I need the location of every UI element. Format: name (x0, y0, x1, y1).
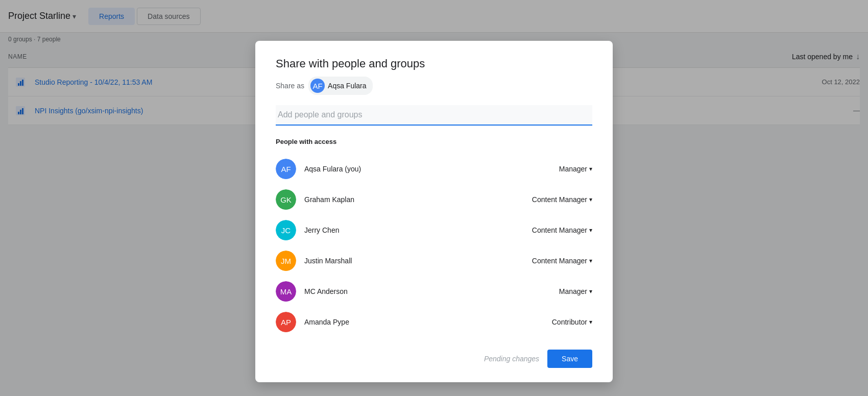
person-row: JMJustin MarshallContent Manager▾ (276, 245, 592, 276)
person-name: Aqsa Fulara (you) (304, 165, 559, 173)
person-row: APAmanda PypeContributor▾ (276, 307, 592, 337)
person-role-label: Manager (559, 165, 587, 173)
dialog-footer: Pending changes Save (276, 350, 592, 368)
save-button[interactable]: Save (547, 350, 592, 368)
avatar-initials: AP (276, 312, 296, 332)
person-role-dropdown[interactable]: Contributor▾ (552, 318, 592, 326)
person-role-label: Contributor (552, 318, 587, 326)
person-avatar: JM (276, 251, 296, 271)
share-as-name: Aqsa Fulara (328, 82, 366, 90)
person-name: Jerry Chen (304, 226, 532, 234)
role-dropdown-arrow-icon: ▾ (589, 227, 592, 234)
person-row: AFAqsa Fulara (you)Manager▾ (276, 154, 592, 184)
people-section-title: People with access (276, 138, 592, 145)
search-input[interactable] (276, 105, 592, 125)
person-role-label: Content Manager (532, 257, 587, 265)
person-avatar: GK (276, 189, 296, 210)
avatar-initials: JC (276, 220, 296, 240)
person-role-dropdown[interactable]: Content Manager▾ (532, 195, 592, 204)
person-name: Graham Kaplan (304, 195, 532, 204)
person-row: GKGraham KaplanContent Manager▾ (276, 184, 592, 215)
role-dropdown-arrow-icon: ▾ (589, 196, 592, 203)
person-role-dropdown[interactable]: Manager▾ (559, 165, 592, 173)
avatar-initials: AF (276, 159, 296, 179)
person-row: JCJerry ChenContent Manager▾ (276, 215, 592, 245)
person-role-dropdown[interactable]: Manager▾ (559, 287, 592, 295)
person-avatar: AF (276, 159, 296, 179)
role-dropdown-arrow-icon: ▾ (589, 318, 592, 326)
person-row: MAMC AndersonManager▾ (276, 276, 592, 307)
share-as-row: Share as AF Aqsa Fulara (276, 77, 592, 95)
people-list: AFAqsa Fulara (you)Manager▾GKGraham Kapl… (276, 154, 592, 337)
person-name: MC Anderson (304, 287, 559, 295)
avatar-initials: JM (276, 251, 296, 271)
person-role-dropdown[interactable]: Content Manager▾ (532, 226, 592, 234)
share-dialog: Share with people and groups Share as AF… (255, 41, 613, 382)
avatar-initials: MA (276, 281, 296, 302)
share-as-avatar: AF (310, 79, 325, 93)
person-avatar: MA (276, 281, 296, 302)
role-dropdown-arrow-icon: ▾ (589, 288, 592, 295)
person-name: Justin Marshall (304, 257, 532, 265)
person-role-label: Content Manager (532, 195, 587, 204)
avatar-initials: GK (276, 189, 296, 210)
share-as-label: Share as (276, 82, 304, 90)
person-role-label: Manager (559, 287, 587, 295)
role-dropdown-arrow-icon: ▾ (589, 165, 592, 172)
role-dropdown-arrow-icon: ▾ (589, 257, 592, 264)
dialog-title: Share with people and groups (276, 57, 592, 70)
app-background: Project Starline ▾ Reports Data sources … (0, 0, 868, 396)
overlay: Share with people and groups Share as AF… (0, 0, 868, 396)
person-role-dropdown[interactable]: Content Manager▾ (532, 257, 592, 265)
pending-changes-label: Pending changes (484, 355, 539, 363)
share-as-chip[interactable]: AF Aqsa Fulara (308, 77, 372, 95)
search-container (276, 105, 592, 126)
person-role-label: Content Manager (532, 226, 587, 234)
person-avatar: AP (276, 312, 296, 332)
person-avatar: JC (276, 220, 296, 240)
share-as-avatar-img: AF (310, 79, 325, 93)
person-name: Amanda Pype (304, 318, 552, 326)
